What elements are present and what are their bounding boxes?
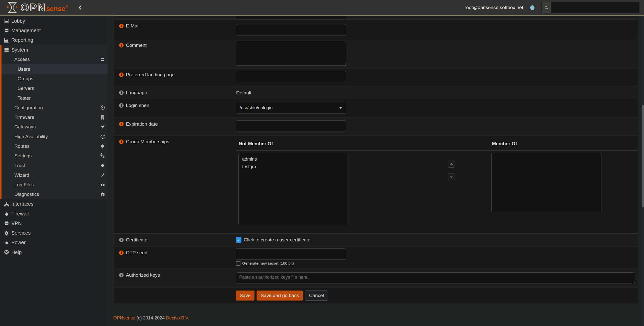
sidebar-item-log-files[interactable]: Log Files xyxy=(2,180,108,190)
scrollbar-thumb[interactable] xyxy=(642,105,644,207)
sidebar-item-wizard[interactable]: Wizard xyxy=(2,170,108,180)
sidebar-item-firewall[interactable]: Firewall xyxy=(0,209,108,219)
member-of-listbox[interactable] xyxy=(491,153,601,212)
authorized-keys-textarea[interactable] xyxy=(236,272,635,283)
refresh-icon xyxy=(100,134,105,139)
info-icon[interactable]: i xyxy=(119,250,124,255)
sidebar-item-users[interactable]: Users xyxy=(2,64,108,74)
preferred-landing-page-input[interactable] xyxy=(236,71,346,82)
sidebar-item-lobby[interactable]: Lobby xyxy=(0,16,108,26)
form-row-authorized-keys: i Authorized keys xyxy=(114,269,638,287)
add-to-group-button[interactable] xyxy=(448,161,455,168)
expiration-date-input[interactable] xyxy=(236,120,346,131)
sidebar-item-groups[interactable]: Groups xyxy=(2,74,108,84)
form-row-language: i Language Default xyxy=(114,86,638,99)
save-and-go-back-button[interactable]: Save and go back xyxy=(257,291,303,301)
status-indicator-dot[interactable] xyxy=(530,5,534,10)
sidebar-item-routes[interactable]: Routes xyxy=(2,141,108,151)
group-option-admins[interactable]: admins xyxy=(239,155,348,163)
remove-from-group-button[interactable] xyxy=(448,173,455,180)
certificate-checkbox[interactable] xyxy=(236,237,241,243)
field-label: Login shell xyxy=(126,103,149,108)
info-icon[interactable]: i xyxy=(119,43,124,48)
map-signs-icon xyxy=(100,144,105,149)
generate-secret-checkbox[interactable] xyxy=(236,261,240,266)
field-label: Expiration date xyxy=(126,121,158,127)
field-label: Preferred landing page xyxy=(126,72,174,78)
sidebar-item-configuration[interactable]: Configuration xyxy=(2,103,108,113)
magic-wand-icon xyxy=(100,172,105,178)
opnsense-link[interactable]: OPNsense xyxy=(113,315,135,320)
certificate-icon xyxy=(100,163,105,168)
form-row-login-shell: i Login shell /usr/sbin/nologin xyxy=(114,99,638,118)
form-row-certificate: i Certificate Click to create a user cer… xyxy=(114,234,638,246)
sidebar-item-gateways[interactable]: Gateways xyxy=(2,122,108,132)
form-row-comment: i Comment xyxy=(114,39,638,68)
server-icon xyxy=(3,47,10,53)
sidebar-item-vpn[interactable]: VPN xyxy=(0,219,108,228)
sidebar-collapse-button[interactable] xyxy=(77,4,84,11)
laptop-icon xyxy=(3,18,10,24)
brand-sense: sense xyxy=(46,6,65,12)
cogs-icon xyxy=(100,153,105,159)
header-search-input[interactable] xyxy=(551,2,639,13)
field-label: Language xyxy=(126,90,147,95)
partial-top-input[interactable] xyxy=(236,16,346,19)
form-row-email: i E-Mail xyxy=(114,20,638,39)
info-icon[interactable]: i xyxy=(119,90,124,95)
info-icon[interactable]: i xyxy=(119,24,124,28)
sidebar-item-high-availability[interactable]: High Availability xyxy=(2,132,108,141)
header-search-group xyxy=(542,2,639,13)
info-icon[interactable]: i xyxy=(119,139,124,144)
sidebar-item-servers[interactable]: Servers xyxy=(2,84,108,93)
language-value: Default xyxy=(236,86,638,96)
email-input[interactable] xyxy=(236,25,346,36)
sidebar-item-services[interactable]: Services xyxy=(0,228,108,238)
arrow-right-icon xyxy=(450,162,453,166)
registered-trademark: ® xyxy=(66,5,68,8)
info-icon[interactable]: i xyxy=(119,122,124,126)
field-label: Comment xyxy=(126,43,147,48)
sidebar-item-interfaces[interactable]: Interfaces xyxy=(0,199,108,209)
sidebar: Lobby Management Reporting System Access… xyxy=(0,16,108,326)
info-icon[interactable]: i xyxy=(119,103,124,108)
form-row-landing-page: i Preferred landing page xyxy=(114,68,638,86)
cancel-button[interactable]: Cancel xyxy=(305,291,328,301)
brand-logo[interactable]: OPNsense® xyxy=(0,2,68,13)
not-member-of-listbox[interactable]: admins testgrp xyxy=(238,153,348,225)
life-ring-icon xyxy=(3,249,10,255)
group-option-testgrp[interactable]: testgrp xyxy=(239,163,348,170)
field-label: E-Mail xyxy=(126,23,139,29)
sidebar-item-help[interactable]: Help xyxy=(0,247,108,257)
sidebar-item-settings[interactable]: Settings xyxy=(2,151,108,161)
form-row-actions: Save Save and go back Cancel xyxy=(114,287,638,304)
sidebar-item-access[interactable]: Access xyxy=(2,55,108,64)
field-label: Group Memberships xyxy=(126,139,169,144)
member-of-title: Member Of xyxy=(492,141,517,147)
sidebar-item-reporting[interactable]: Reporting xyxy=(0,35,108,45)
info-icon[interactable]: i xyxy=(119,73,124,77)
sidebar-item-system[interactable]: System xyxy=(2,45,108,55)
user-edit-form: i E-Mail i Comment xyxy=(113,16,638,304)
fire-icon xyxy=(3,211,10,216)
info-icon[interactable]: i xyxy=(119,238,124,242)
otp-seed-input[interactable] xyxy=(236,248,346,260)
search-icon[interactable] xyxy=(542,2,551,13)
vertical-scrollbar[interactable] xyxy=(642,16,644,326)
sidebar-item-diagnostics[interactable]: Diagnostics xyxy=(2,190,108,199)
deciso-link[interactable]: Deciso B.V. xyxy=(166,315,189,320)
comment-textarea[interactable] xyxy=(236,41,346,66)
form-row-group-memberships: i Group Memberships Not Member Of Member… xyxy=(114,135,638,234)
form-row-expiration-date: i Expiration date xyxy=(114,118,638,135)
info-icon[interactable]: i xyxy=(119,273,124,277)
sidebar-item-power[interactable]: Power xyxy=(0,238,108,247)
sidebar-item-tester[interactable]: Tester xyxy=(2,93,108,103)
login-shell-select[interactable]: /usr/sbin/nologin xyxy=(236,102,346,114)
top-bar-right: root@opnsense.softbox.net xyxy=(464,2,644,13)
sidebar-item-management[interactable]: Management xyxy=(0,26,108,35)
save-button[interactable]: Save xyxy=(236,291,255,301)
brand-opn: OPN xyxy=(21,2,46,13)
sidebar-item-trust[interactable]: Trust xyxy=(2,161,108,170)
form-row-partial xyxy=(114,16,638,20)
sidebar-item-firmware[interactable]: Firmware xyxy=(2,113,108,122)
